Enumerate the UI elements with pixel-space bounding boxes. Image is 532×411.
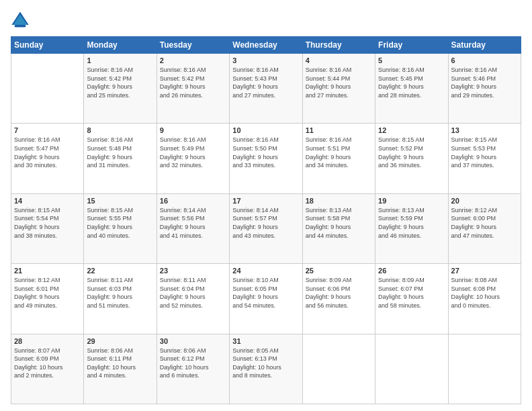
day-info: Sunrise: 8:12 AM Sunset: 6:00 PM Dayligh… [451,206,518,240]
week-row-2: 7Sunrise: 8:16 AM Sunset: 5:47 PM Daylig… [11,124,521,193]
day-info: Sunrise: 8:06 AM Sunset: 6:11 PM Dayligh… [87,347,153,380]
calendar-cell [448,334,521,404]
logo [11,11,32,30]
calendar-cell: 21Sunrise: 8:12 AM Sunset: 6:01 PM Dayli… [11,264,84,334]
day-header-friday: Friday [375,37,448,54]
calendar-cell: 29Sunrise: 8:06 AM Sunset: 6:11 PM Dayli… [84,334,157,404]
calendar-cell: 15Sunrise: 8:15 AM Sunset: 5:55 PM Dayli… [84,193,157,263]
day-info: Sunrise: 8:15 AM Sunset: 5:55 PM Dayligh… [87,206,153,240]
calendar-cell: 25Sunrise: 8:09 AM Sunset: 6:06 PM Dayli… [302,264,375,334]
calendar-cell: 14Sunrise: 8:15 AM Sunset: 5:54 PM Dayli… [11,193,84,263]
day-number: 25 [306,267,372,275]
day-info: Sunrise: 8:16 AM Sunset: 5:42 PM Dayligh… [160,66,226,99]
day-info: Sunrise: 8:13 AM Sunset: 5:59 PM Dayligh… [378,206,445,240]
day-number: 7 [14,126,81,134]
day-info: Sunrise: 8:16 AM Sunset: 5:44 PM Dayligh… [306,66,372,99]
day-number: 24 [232,267,299,275]
day-number: 11 [306,126,372,134]
day-info: Sunrise: 8:16 AM Sunset: 5:45 PM Dayligh… [378,66,445,99]
day-header-wednesday: Wednesday [230,37,302,54]
day-info: Sunrise: 8:11 AM Sunset: 6:04 PM Dayligh… [160,276,226,310]
day-header-thursday: Thursday [302,37,375,54]
week-row-5: 28Sunrise: 8:07 AM Sunset: 6:09 PM Dayli… [11,334,521,404]
day-number: 16 [160,197,226,205]
day-number: 13 [451,126,518,134]
day-header-saturday: Saturday [448,37,521,54]
day-info: Sunrise: 8:16 AM Sunset: 5:51 PM Dayligh… [306,136,372,169]
day-info: Sunrise: 8:12 AM Sunset: 6:01 PM Dayligh… [14,276,81,310]
calendar-cell: 30Sunrise: 8:06 AM Sunset: 6:12 PM Dayli… [157,334,229,404]
day-number: 26 [378,267,445,275]
day-info: Sunrise: 8:07 AM Sunset: 6:09 PM Dayligh… [14,347,81,380]
day-number: 15 [87,197,153,205]
calendar-cell: 17Sunrise: 8:14 AM Sunset: 5:57 PM Dayli… [230,193,302,263]
calendar-cell: 7Sunrise: 8:16 AM Sunset: 5:47 PM Daylig… [11,124,84,193]
day-header-monday: Monday [84,37,157,54]
calendar-cell [11,54,84,124]
days-row: SundayMondayTuesdayWednesdayThursdayFrid… [11,37,521,54]
day-info: Sunrise: 8:16 AM Sunset: 5:46 PM Dayligh… [451,66,518,99]
calendar-cell: 28Sunrise: 8:07 AM Sunset: 6:09 PM Dayli… [11,334,84,404]
day-info: Sunrise: 8:14 AM Sunset: 5:57 PM Dayligh… [232,206,299,240]
day-number: 27 [451,267,518,275]
day-number: 22 [87,267,153,275]
calendar-cell: 1Sunrise: 8:16 AM Sunset: 5:42 PM Daylig… [84,54,157,124]
day-info: Sunrise: 8:16 AM Sunset: 5:47 PM Dayligh… [14,136,81,169]
day-info: Sunrise: 8:09 AM Sunset: 6:07 PM Dayligh… [378,276,445,310]
week-row-1: 1Sunrise: 8:16 AM Sunset: 5:42 PM Daylig… [11,54,521,124]
calendar-cell: 18Sunrise: 8:13 AM Sunset: 5:58 PM Dayli… [302,193,375,263]
day-info: Sunrise: 8:13 AM Sunset: 5:58 PM Dayligh… [306,206,372,240]
calendar-cell: 6Sunrise: 8:16 AM Sunset: 5:46 PM Daylig… [448,54,521,124]
calendar-body: 1Sunrise: 8:16 AM Sunset: 5:42 PM Daylig… [11,54,521,404]
day-number: 31 [232,337,299,345]
day-info: Sunrise: 8:15 AM Sunset: 5:52 PM Dayligh… [378,136,445,169]
main-container: SundayMondayTuesdayWednesdayThursdayFrid… [0,0,532,411]
calendar-cell: 9Sunrise: 8:16 AM Sunset: 5:49 PM Daylig… [157,124,229,193]
week-row-3: 14Sunrise: 8:15 AM Sunset: 5:54 PM Dayli… [11,193,521,263]
day-number: 14 [14,197,81,205]
calendar-cell: 8Sunrise: 8:16 AM Sunset: 5:48 PM Daylig… [84,124,157,193]
day-number: 20 [451,197,518,205]
svg-rect-2 [15,25,26,28]
day-info: Sunrise: 8:08 AM Sunset: 6:08 PM Dayligh… [451,276,518,310]
calendar-cell: 20Sunrise: 8:12 AM Sunset: 6:00 PM Dayli… [448,193,521,263]
day-info: Sunrise: 8:05 AM Sunset: 6:13 PM Dayligh… [232,347,299,380]
day-number: 9 [160,126,226,134]
calendar-cell: 2Sunrise: 8:16 AM Sunset: 5:42 PM Daylig… [157,54,229,124]
calendar-cell: 23Sunrise: 8:11 AM Sunset: 6:04 PM Dayli… [157,264,229,334]
day-info: Sunrise: 8:16 AM Sunset: 5:42 PM Dayligh… [87,66,153,99]
day-number: 4 [306,56,372,64]
calendar-cell: 22Sunrise: 8:11 AM Sunset: 6:03 PM Dayli… [84,264,157,334]
day-info: Sunrise: 8:10 AM Sunset: 6:05 PM Dayligh… [232,276,299,310]
calendar-cell: 10Sunrise: 8:16 AM Sunset: 5:50 PM Dayli… [230,124,302,193]
day-number: 23 [160,267,226,275]
logo-icon [11,11,30,30]
calendar-table: SundayMondayTuesdayWednesdayThursdayFrid… [11,36,521,404]
day-info: Sunrise: 8:15 AM Sunset: 5:54 PM Dayligh… [14,206,81,240]
day-number: 5 [378,56,445,64]
day-number: 29 [87,337,153,345]
day-number: 2 [160,56,226,64]
day-info: Sunrise: 8:16 AM Sunset: 5:49 PM Dayligh… [160,136,226,169]
calendar-cell: 16Sunrise: 8:14 AM Sunset: 5:56 PM Dayli… [157,193,229,263]
day-number: 30 [160,337,226,345]
day-info: Sunrise: 8:16 AM Sunset: 5:48 PM Dayligh… [87,136,153,169]
calendar: SundayMondayTuesdayWednesdayThursdayFrid… [11,36,521,404]
week-row-4: 21Sunrise: 8:12 AM Sunset: 6:01 PM Dayli… [11,264,521,334]
day-number: 10 [232,126,299,134]
day-info: Sunrise: 8:15 AM Sunset: 5:53 PM Dayligh… [451,136,518,169]
calendar-cell: 26Sunrise: 8:09 AM Sunset: 6:07 PM Dayli… [375,264,448,334]
calendar-cell: 5Sunrise: 8:16 AM Sunset: 5:45 PM Daylig… [375,54,448,124]
day-number: 17 [232,197,299,205]
calendar-cell: 24Sunrise: 8:10 AM Sunset: 6:05 PM Dayli… [230,264,302,334]
day-header-sunday: Sunday [11,37,84,54]
calendar-header: SundayMondayTuesdayWednesdayThursdayFrid… [11,37,521,54]
calendar-cell: 11Sunrise: 8:16 AM Sunset: 5:51 PM Dayli… [302,124,375,193]
day-number: 18 [306,197,372,205]
day-info: Sunrise: 8:16 AM Sunset: 5:50 PM Dayligh… [232,136,299,169]
day-number: 6 [451,56,518,64]
day-number: 8 [87,126,153,134]
day-number: 3 [232,56,299,64]
day-number: 12 [378,126,445,134]
calendar-cell: 13Sunrise: 8:15 AM Sunset: 5:53 PM Dayli… [448,124,521,193]
